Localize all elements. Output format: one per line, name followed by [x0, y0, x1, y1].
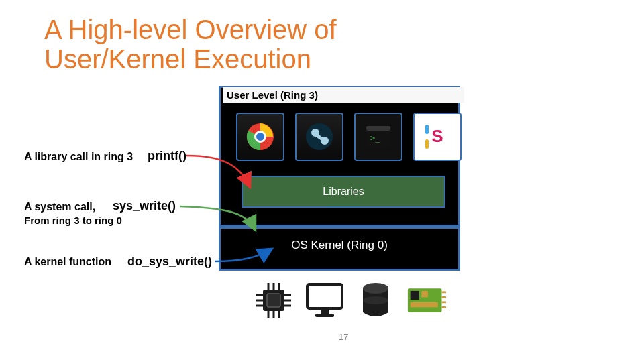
kernel-label: OS Kernel (Ring 0)	[219, 239, 460, 252]
svg-rect-30	[315, 314, 334, 317]
svg-rect-28	[307, 284, 342, 308]
svg-rect-15	[267, 294, 280, 307]
store-icon	[295, 113, 343, 161]
svg-text:>_: >_	[370, 133, 380, 143]
svg-point-31	[363, 283, 388, 294]
svg-rect-34	[411, 291, 419, 300]
svg-text:S: S	[431, 126, 443, 146]
do-sys-write-label: do_sys_write()	[127, 255, 212, 269]
kernel-fn-desc: A kernel function	[24, 256, 111, 268]
terminal-icon: >_	[354, 113, 402, 161]
applications-row: >_ S	[236, 113, 462, 161]
svg-point-32	[363, 296, 388, 304]
page-title: A High-level Overview of User/Kernel Exe…	[44, 15, 337, 74]
slack-icon: S	[413, 113, 462, 161]
svg-point-2	[256, 133, 264, 141]
svg-rect-36	[411, 302, 438, 308]
slide: A High-level Overview of User/Kernel Exe…	[0, 0, 644, 362]
libraries-label: Libraries	[323, 186, 364, 198]
hard-disk-icon	[356, 280, 396, 320]
printf-label: printf()	[148, 149, 186, 163]
svg-rect-35	[422, 291, 428, 297]
board-icon	[407, 280, 447, 320]
cpu-icon	[254, 280, 294, 320]
svg-rect-13	[425, 139, 429, 149]
svg-rect-8	[366, 126, 390, 131]
user-level-label: User Level (Ring 3)	[223, 87, 464, 103]
system-call-desc: A system call,	[24, 201, 95, 213]
svg-rect-29	[321, 308, 329, 314]
system-call-sub: From ring 3 to ring 0	[24, 215, 122, 226]
libraries-box: Libraries	[241, 176, 445, 208]
title-line-2: User/Kernel Execution	[44, 44, 311, 74]
sys-write-label: sys_write()	[113, 199, 176, 213]
svg-rect-12	[425, 125, 429, 134]
monitor-icon	[305, 280, 345, 320]
library-call-desc: A library call in ring 3	[24, 151, 133, 163]
chrome-icon	[236, 113, 284, 161]
title-line-1: A High-level Overview of	[44, 15, 337, 44]
hardware-row	[254, 280, 447, 320]
page-number: 17	[339, 332, 348, 342]
